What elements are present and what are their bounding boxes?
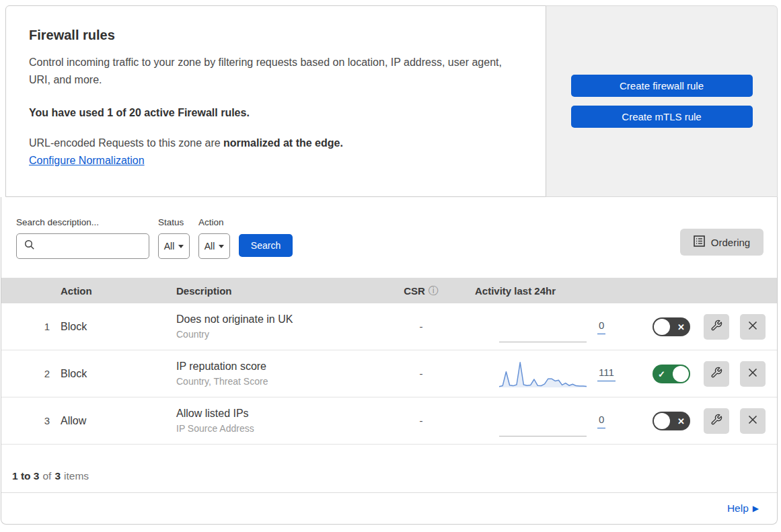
rule-activity-cell: 0 <box>449 311 647 342</box>
activity-count-link[interactable]: 0 <box>597 319 605 334</box>
rule-priority: 2 <box>1 368 61 379</box>
create-mtls-rule-button[interactable]: Create mTLS rule <box>571 106 753 128</box>
delete-rule-button[interactable] <box>740 314 766 340</box>
rule-edit-cell <box>704 314 740 340</box>
rule-csr-value: - <box>393 368 449 379</box>
action-select[interactable]: All <box>198 233 230 259</box>
rule-priority: 3 <box>1 415 61 426</box>
toggle-knob <box>673 366 689 382</box>
rule-csr-value: - <box>393 415 449 426</box>
rule-description: IP reputation score <box>176 360 393 373</box>
column-header-description: Description <box>176 285 393 297</box>
rule-description-cell: Does not originate in UK Country <box>176 313 393 340</box>
rule-description: Does not originate in UK <box>176 313 393 326</box>
table-row: 3 Allow Allow listed IPs IP Source Addre… <box>1 397 777 445</box>
wrench-icon <box>710 367 722 381</box>
rule-description-cell: Allow listed IPs IP Source Address <box>176 408 393 434</box>
help-bar: Help ▶ <box>1 493 777 524</box>
delete-rule-button[interactable] <box>740 408 766 434</box>
edit-rule-button[interactable] <box>704 408 729 434</box>
action-label: Action <box>198 217 230 227</box>
list-icon <box>694 235 705 249</box>
intro-description: Control incoming traffic to your zone by… <box>29 54 507 89</box>
activity-sparkline <box>499 358 587 389</box>
action-filter-group: Action All <box>198 217 230 259</box>
rule-delete-cell <box>740 361 777 387</box>
action-select-value: All <box>204 241 215 252</box>
activity-sparkline <box>499 311 587 342</box>
info-icon[interactable]: ⓘ <box>429 284 439 297</box>
close-icon <box>747 367 758 380</box>
ordering-button[interactable]: Ordering <box>680 229 764 256</box>
search-input[interactable] <box>16 233 149 259</box>
rule-action: Block <box>61 368 176 380</box>
rule-toggle-cell: ✓ ✕ <box>647 412 704 430</box>
chevron-down-icon <box>219 245 224 248</box>
table-header: Action Description CSR ⓘ Activity last 2… <box>1 278 777 303</box>
column-header-action: Action <box>61 285 176 297</box>
rule-enabled-toggle[interactable]: ✓ ✕ <box>653 412 690 430</box>
search-icon <box>24 239 35 253</box>
rule-action: Allow <box>61 415 176 427</box>
close-icon <box>747 414 758 427</box>
pagination-bar: 1 to 3 of 3 items <box>1 445 777 493</box>
pagination-range: 1 to 3 <box>12 470 39 482</box>
usage-note: You have used 1 of 20 active Firewall ru… <box>29 107 523 119</box>
rule-csr-value: - <box>393 321 449 332</box>
rule-edit-cell <box>704 408 740 434</box>
actions-panel: Create firewall rule Create mTLS rule <box>546 5 778 197</box>
status-filter-group: Status All <box>158 217 190 259</box>
rule-description: Allow listed IPs <box>176 408 393 420</box>
x-icon: ✕ <box>677 416 685 425</box>
activity-sparkline <box>499 406 587 436</box>
search-label: Search description... <box>16 217 149 227</box>
pagination-items: items <box>64 470 89 482</box>
activity-count-link[interactable]: 111 <box>597 367 616 381</box>
create-firewall-rule-button[interactable]: Create firewall rule <box>571 75 753 97</box>
wrench-icon <box>710 414 722 428</box>
ordering-button-label: Ordering <box>711 237 750 248</box>
pagination-total: 3 <box>54 470 61 482</box>
page-title: Firewall rules <box>29 28 523 43</box>
column-header-csr: CSR ⓘ <box>393 284 449 297</box>
delete-rule-button[interactable] <box>740 361 766 387</box>
rule-activity-cell: 0 <box>449 406 647 436</box>
status-select[interactable]: All <box>158 233 190 259</box>
rules-card: Search description... Status All Action … <box>1 197 778 525</box>
rule-activity-cell: 111 <box>449 358 647 389</box>
x-icon: ✕ <box>677 322 685 331</box>
column-header-activity: Activity last 24hr <box>449 285 647 297</box>
rule-enabled-toggle[interactable]: ✓ ✕ <box>653 317 690 336</box>
toggle-knob <box>654 319 670 335</box>
arrow-right-icon: ▶ <box>753 504 759 513</box>
wrench-icon <box>710 319 722 334</box>
rule-criteria: Country, Threat Score <box>176 376 393 387</box>
edit-rule-button[interactable] <box>704 314 729 340</box>
intro-card: Firewall rules Control incoming traffic … <box>5 5 546 197</box>
toggle-knob <box>654 413 670 429</box>
search-group: Search description... <box>16 217 149 259</box>
rule-criteria: Country <box>176 329 393 340</box>
rule-criteria: IP Source Address <box>176 423 393 434</box>
rule-enabled-toggle[interactable]: ✓ ✕ <box>653 365 690 383</box>
rule-priority: 1 <box>1 321 61 332</box>
csr-header-label: CSR <box>404 285 425 297</box>
rule-delete-cell <box>740 314 777 340</box>
status-select-value: All <box>164 241 175 252</box>
search-button[interactable]: Search <box>239 234 293 257</box>
edit-rule-button[interactable] <box>704 361 729 387</box>
help-link[interactable]: Help <box>727 502 749 515</box>
normalization-bold: normalized at the edge. <box>223 137 343 149</box>
header-section: Firewall rules Control incoming traffic … <box>5 5 778 197</box>
rule-description-cell: IP reputation score Country, Threat Scor… <box>176 360 393 387</box>
configure-normalization-link[interactable]: Configure Normalization <box>29 155 145 167</box>
rule-delete-cell <box>740 408 777 434</box>
chevron-down-icon <box>178 245 184 248</box>
check-icon: ✓ <box>658 369 665 378</box>
activity-count-link[interactable]: 0 <box>597 414 605 428</box>
rule-edit-cell <box>704 361 740 387</box>
table-row: 1 Block Does not originate in UK Country… <box>1 303 777 350</box>
table-row: 2 Block IP reputation score Country, Thr… <box>1 350 777 397</box>
filter-bar: Search description... Status All Action … <box>1 197 777 278</box>
close-icon <box>747 320 758 333</box>
